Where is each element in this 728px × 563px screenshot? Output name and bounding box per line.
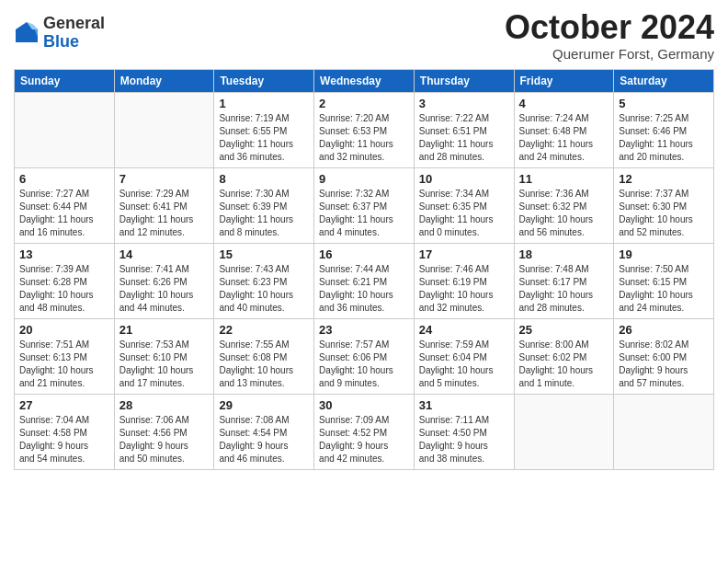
day-number: 10 bbox=[419, 172, 509, 186]
day-cell bbox=[514, 394, 614, 469]
day-cell: 30Sunrise: 7:09 AM Sunset: 4:52 PM Dayli… bbox=[314, 394, 415, 469]
logo-blue: Blue bbox=[43, 32, 79, 51]
week-row-3: 13Sunrise: 7:39 AM Sunset: 6:28 PM Dayli… bbox=[15, 243, 714, 318]
day-number: 8 bbox=[219, 172, 309, 186]
logo: General Blue bbox=[14, 15, 105, 52]
day-cell: 17Sunrise: 7:46 AM Sunset: 6:19 PM Dayli… bbox=[414, 243, 514, 318]
day-detail: Sunrise: 7:46 AM Sunset: 6:19 PM Dayligh… bbox=[419, 263, 509, 315]
day-detail: Sunrise: 7:50 AM Sunset: 6:15 PM Dayligh… bbox=[619, 263, 709, 315]
day-detail: Sunrise: 7:19 AM Sunset: 6:55 PM Dayligh… bbox=[219, 112, 309, 164]
day-number: 3 bbox=[419, 97, 509, 110]
weekday-wednesday: Wednesday bbox=[314, 69, 415, 92]
day-detail: Sunrise: 7:29 AM Sunset: 6:41 PM Dayligh… bbox=[119, 188, 210, 239]
day-cell: 22Sunrise: 7:55 AM Sunset: 6:08 PM Dayli… bbox=[214, 318, 314, 394]
day-cell bbox=[614, 394, 714, 469]
day-number: 13 bbox=[19, 247, 109, 261]
day-detail: Sunrise: 7:08 AM Sunset: 4:54 PM Dayligh… bbox=[219, 414, 309, 465]
day-cell: 4Sunrise: 7:24 AM Sunset: 6:48 PM Daylig… bbox=[514, 92, 614, 167]
day-number: 27 bbox=[19, 398, 109, 412]
weekday-sunday: Sunday bbox=[15, 69, 115, 92]
day-cell: 8Sunrise: 7:30 AM Sunset: 6:39 PM Daylig… bbox=[214, 167, 314, 243]
day-detail: Sunrise: 7:48 AM Sunset: 6:17 PM Dayligh… bbox=[519, 263, 609, 315]
day-detail: Sunrise: 7:32 AM Sunset: 6:37 PM Dayligh… bbox=[319, 188, 409, 239]
day-number: 23 bbox=[319, 323, 409, 337]
day-cell: 2Sunrise: 7:20 AM Sunset: 6:53 PM Daylig… bbox=[314, 92, 415, 167]
weekday-tuesday: Tuesday bbox=[214, 69, 314, 92]
day-number: 28 bbox=[119, 398, 210, 412]
day-number: 14 bbox=[119, 247, 210, 261]
day-cell: 13Sunrise: 7:39 AM Sunset: 6:28 PM Dayli… bbox=[15, 243, 115, 318]
day-number: 7 bbox=[119, 172, 210, 186]
weekday-monday: Monday bbox=[114, 69, 214, 92]
day-detail: Sunrise: 7:30 AM Sunset: 6:39 PM Dayligh… bbox=[219, 188, 309, 239]
day-detail: Sunrise: 7:34 AM Sunset: 6:35 PM Dayligh… bbox=[419, 188, 509, 239]
day-cell: 3Sunrise: 7:22 AM Sunset: 6:51 PM Daylig… bbox=[414, 92, 514, 167]
day-detail: Sunrise: 7:24 AM Sunset: 6:48 PM Dayligh… bbox=[519, 112, 609, 164]
day-number: 29 bbox=[219, 398, 309, 412]
week-row-5: 27Sunrise: 7:04 AM Sunset: 4:58 PM Dayli… bbox=[15, 394, 714, 469]
day-cell: 6Sunrise: 7:27 AM Sunset: 6:44 PM Daylig… bbox=[15, 167, 115, 243]
logo-text: General Blue bbox=[43, 15, 105, 52]
day-detail: Sunrise: 8:00 AM Sunset: 6:02 PM Dayligh… bbox=[519, 339, 609, 390]
week-row-4: 20Sunrise: 7:51 AM Sunset: 6:13 PM Dayli… bbox=[15, 318, 714, 394]
day-number: 5 bbox=[619, 97, 709, 110]
day-number: 18 bbox=[519, 247, 609, 261]
day-detail: Sunrise: 8:02 AM Sunset: 6:00 PM Dayligh… bbox=[619, 339, 709, 390]
day-cell: 31Sunrise: 7:11 AM Sunset: 4:50 PM Dayli… bbox=[414, 394, 514, 469]
day-detail: Sunrise: 7:22 AM Sunset: 6:51 PM Dayligh… bbox=[419, 112, 509, 164]
day-cell: 26Sunrise: 8:02 AM Sunset: 6:00 PM Dayli… bbox=[614, 318, 714, 394]
day-cell: 18Sunrise: 7:48 AM Sunset: 6:17 PM Dayli… bbox=[514, 243, 614, 318]
week-row-2: 6Sunrise: 7:27 AM Sunset: 6:44 PM Daylig… bbox=[15, 167, 714, 243]
day-cell: 28Sunrise: 7:06 AM Sunset: 4:56 PM Dayli… bbox=[114, 394, 214, 469]
day-detail: Sunrise: 7:44 AM Sunset: 6:21 PM Dayligh… bbox=[319, 263, 409, 315]
day-cell bbox=[114, 92, 214, 167]
day-detail: Sunrise: 7:36 AM Sunset: 6:32 PM Dayligh… bbox=[519, 188, 609, 239]
day-cell: 29Sunrise: 7:08 AM Sunset: 4:54 PM Dayli… bbox=[214, 394, 314, 469]
month-title: October 2024 bbox=[505, 9, 714, 46]
day-cell: 27Sunrise: 7:04 AM Sunset: 4:58 PM Dayli… bbox=[15, 394, 115, 469]
day-cell: 12Sunrise: 7:37 AM Sunset: 6:30 PM Dayli… bbox=[614, 167, 714, 243]
day-number: 22 bbox=[219, 323, 309, 337]
day-number: 30 bbox=[319, 398, 409, 412]
day-detail: Sunrise: 7:37 AM Sunset: 6:30 PM Dayligh… bbox=[619, 188, 709, 239]
day-cell: 21Sunrise: 7:53 AM Sunset: 6:10 PM Dayli… bbox=[114, 318, 214, 394]
day-number: 24 bbox=[419, 323, 509, 337]
day-cell: 23Sunrise: 7:57 AM Sunset: 6:06 PM Dayli… bbox=[314, 318, 415, 394]
day-number: 1 bbox=[219, 97, 309, 110]
day-detail: Sunrise: 7:53 AM Sunset: 6:10 PM Dayligh… bbox=[119, 339, 210, 390]
day-detail: Sunrise: 7:39 AM Sunset: 6:28 PM Dayligh… bbox=[19, 263, 109, 315]
day-cell bbox=[15, 92, 115, 167]
day-number: 31 bbox=[419, 398, 509, 412]
day-detail: Sunrise: 7:25 AM Sunset: 6:46 PM Dayligh… bbox=[619, 112, 709, 164]
day-detail: Sunrise: 7:51 AM Sunset: 6:13 PM Dayligh… bbox=[19, 339, 109, 390]
day-number: 21 bbox=[119, 323, 210, 337]
weekday-saturday: Saturday bbox=[614, 69, 714, 92]
day-number: 17 bbox=[419, 247, 509, 261]
day-cell: 15Sunrise: 7:43 AM Sunset: 6:23 PM Dayli… bbox=[214, 243, 314, 318]
day-cell: 10Sunrise: 7:34 AM Sunset: 6:35 PM Dayli… bbox=[414, 167, 514, 243]
day-cell: 9Sunrise: 7:32 AM Sunset: 6:37 PM Daylig… bbox=[314, 167, 415, 243]
day-cell: 19Sunrise: 7:50 AM Sunset: 6:15 PM Dayli… bbox=[614, 243, 714, 318]
day-cell: 5Sunrise: 7:25 AM Sunset: 6:46 PM Daylig… bbox=[614, 92, 714, 167]
calendar: SundayMondayTuesdayWednesdayThursdayFrid… bbox=[14, 69, 714, 470]
location-title: Querumer Forst, Germany bbox=[505, 46, 714, 62]
logo-icon bbox=[14, 20, 40, 46]
svg-marker-0 bbox=[16, 22, 38, 42]
week-row-1: 1Sunrise: 7:19 AM Sunset: 6:55 PM Daylig… bbox=[15, 92, 714, 167]
day-number: 11 bbox=[519, 172, 609, 186]
day-cell: 14Sunrise: 7:41 AM Sunset: 6:26 PM Dayli… bbox=[114, 243, 214, 318]
day-cell: 20Sunrise: 7:51 AM Sunset: 6:13 PM Dayli… bbox=[15, 318, 115, 394]
weekday-friday: Friday bbox=[514, 69, 614, 92]
day-detail: Sunrise: 7:59 AM Sunset: 6:04 PM Dayligh… bbox=[419, 339, 509, 390]
day-detail: Sunrise: 7:09 AM Sunset: 4:52 PM Dayligh… bbox=[319, 414, 409, 465]
weekday-header-row: SundayMondayTuesdayWednesdayThursdayFrid… bbox=[15, 69, 714, 92]
day-detail: Sunrise: 7:11 AM Sunset: 4:50 PM Dayligh… bbox=[419, 414, 509, 465]
day-cell: 16Sunrise: 7:44 AM Sunset: 6:21 PM Dayli… bbox=[314, 243, 415, 318]
day-cell: 11Sunrise: 7:36 AM Sunset: 6:32 PM Dayli… bbox=[514, 167, 614, 243]
day-detail: Sunrise: 7:04 AM Sunset: 4:58 PM Dayligh… bbox=[19, 414, 109, 465]
day-number: 12 bbox=[619, 172, 709, 186]
day-detail: Sunrise: 7:55 AM Sunset: 6:08 PM Dayligh… bbox=[219, 339, 309, 390]
day-detail: Sunrise: 7:41 AM Sunset: 6:26 PM Dayligh… bbox=[119, 263, 210, 315]
header: General Blue October 2024 Querumer Forst… bbox=[14, 9, 714, 62]
day-number: 15 bbox=[219, 247, 309, 261]
